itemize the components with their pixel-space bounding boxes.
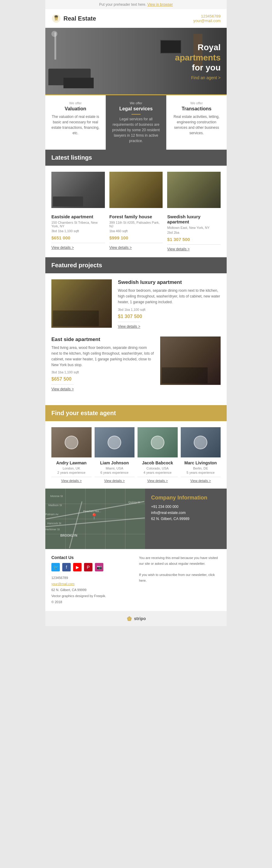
listings-header: Latest listings [45, 150, 227, 166]
listing-1-name: Eastside apartment [52, 214, 105, 219]
footer-copyright: © 2018 [52, 599, 133, 605]
listing-1-beds: 3bd 1ba 1,100 sqft [52, 229, 105, 233]
featured-1-beds: 3bd 1ba 1,100 sqft [118, 308, 220, 311]
featured-2-beds: 3bd 1ba 1,100 sqft [52, 370, 154, 374]
featured-image-1 [52, 279, 112, 328]
services-section: We offer Valuation The valuation of real… [45, 94, 227, 150]
agent-4-link[interactable]: View details > [181, 477, 221, 483]
listing-3-link[interactable]: View details > [167, 244, 220, 251]
agent-2-link[interactable]: View details > [95, 477, 135, 483]
listing-3-name: Swedish luxury apartment [167, 214, 220, 224]
service-valuation: We offer Valuation The valuation of real… [45, 95, 106, 150]
pinterest-icon[interactable]: P [84, 563, 93, 571]
agents-heading: Find your estate agent [52, 410, 220, 416]
contact-title: Contact Us [52, 555, 133, 560]
logo-text: Real Estate [64, 15, 96, 22]
hero-text-overlay: Royal apartments for you Find an agent > [175, 42, 220, 80]
footer-newsletter: You are receiving this email because you… [139, 555, 220, 605]
header-phone: 123456789 [194, 14, 221, 19]
service-transactions: We offer Transactions Real estate activi… [167, 95, 227, 150]
twitter-icon[interactable]: 🐦 [52, 563, 60, 571]
featured-2-desc: Tiled living area, wood floor bedroom, s… [52, 345, 154, 368]
agent-2-exp: 6 years experience [95, 471, 135, 474]
listing-2-name: Forest family house [109, 214, 163, 219]
agent-3-avatar [137, 427, 178, 458]
agent-3-link[interactable]: View details > [137, 477, 178, 483]
agent-2-avatar [95, 427, 135, 458]
agent-1-location: London, UK [52, 466, 92, 470]
listing-image-3 [167, 172, 220, 208]
social-icons-row: 🐦 f ▶ P 📷 [52, 563, 133, 571]
listing-2-beds: 1ba 460 sqft [109, 229, 163, 233]
logo-icon [52, 13, 61, 23]
listings-images [52, 172, 220, 208]
hero-line3: for you [175, 63, 220, 73]
service-3-desc: Real estate activities, letting, enginee… [171, 114, 222, 136]
svg-text:⚡: ⚡ [128, 617, 131, 620]
hero-cta: Find an agent > [175, 75, 220, 80]
service-3-title: Transactions [171, 106, 222, 112]
hero-cta-link[interactable]: Find an agent > [191, 75, 220, 80]
featured-section: Swedish luxury apartment Wood floor bedr… [45, 273, 227, 405]
service-1-desc: The valuation of real estate is basic an… [50, 114, 101, 136]
map-marker: 📍 [90, 513, 98, 520]
company-phone: +91 234 000 000 [151, 505, 220, 509]
listing-2-price: $999 100 [109, 235, 163, 240]
featured-1-desc: Wood floor bedroom, separate dining room… [118, 288, 220, 305]
agent-3-name: Jacob Babcock [137, 461, 178, 465]
instagram-icon[interactable]: 📷 [95, 563, 103, 571]
listings-info-row: Eastside apartment 150 Chambers St Tribe… [52, 214, 220, 251]
unsub-text: If you wish to unsubscribe from our news… [139, 572, 220, 583]
hero-banner: Royal apartments for you Find an agent > [45, 28, 227, 94]
service-2-underline [132, 114, 140, 115]
agent-2-location: Miami, USA [95, 466, 135, 470]
listing-2-link[interactable]: View details > [109, 243, 163, 250]
facebook-icon[interactable]: f [62, 563, 71, 571]
stripo-logo-icon: ⚡ [126, 616, 132, 622]
preheader-text: Put your preheader text here. [99, 2, 146, 7]
logo-area: Real Estate [52, 13, 96, 23]
company-info-title: Company Information [151, 495, 220, 501]
featured-1-link[interactable]: View details > [118, 322, 140, 329]
featured-content-2: East side apartment Tiled living area, w… [52, 337, 154, 392]
agent-1: Andry Lawman London, UK 2 years experien… [52, 427, 92, 483]
youtube-icon[interactable]: ▶ [73, 563, 81, 571]
listing-1-link[interactable]: View details > [52, 243, 105, 250]
service-1-title: Valuation [50, 106, 101, 112]
listing-3-addr: Midtown East, New York, NY [167, 226, 220, 229]
service-2-desc: Legal services for all requirements of b… [110, 116, 161, 144]
listing-2-addr: 399 11th St #205, Palisades Park, NJ [109, 221, 163, 228]
featured-1-price: $1 307 500 [118, 314, 220, 319]
service-3-we-offer: We offer [171, 101, 222, 105]
listing-item-1: Eastside apartment 150 Chambers St Tribe… [52, 214, 105, 251]
listing-item-2: Forest family house 399 11th St #205, Pa… [109, 214, 163, 251]
footer-section: Contact Us 🐦 f ▶ P 📷 123456789 your@mail… [45, 549, 227, 611]
featured-heading: Featured projects [52, 262, 220, 269]
company-section: Monroe St Madison St Putnam Av Hancock S… [45, 489, 227, 549]
newsletter-text: You are receiving this email because you… [139, 555, 220, 566]
find-agent-label: Find an agent > [191, 75, 220, 80]
agent-4-location: Berlin, DE [181, 466, 221, 470]
service-2-title: Legal services [110, 106, 161, 112]
preheader-bar: Put your preheader text here. View in br… [45, 0, 227, 9]
featured-2-link[interactable]: View details > [52, 384, 74, 391]
listings-section: Eastside apartment 150 Chambers St Tribe… [45, 166, 227, 257]
footer-top: Contact Us 🐦 f ▶ P 📷 123456789 your@mail… [52, 555, 220, 605]
stripo-footer: ⚡ stripo [45, 611, 227, 626]
listing-1-addr: 150 Chambers St Tribeca, New York, NY [52, 221, 105, 228]
view-in-browser-link[interactable]: View in browser [147, 2, 173, 7]
listing-image-2 [109, 172, 163, 208]
listing-image-1 [52, 172, 105, 208]
agent-2-name: Liam Johnson [95, 461, 135, 465]
agent-1-link[interactable]: View details > [52, 477, 92, 483]
hero-line1: Royal [175, 42, 220, 53]
listing-item-3: Swedish luxury apartment Midtown East, N… [167, 214, 220, 251]
listing-1-price: $651 000 [52, 235, 105, 240]
listing-3-beds: 2bd 2ba [167, 231, 220, 234]
footer-email-link[interactable]: your@mail.com [52, 582, 75, 586]
featured-row-1: Swedish luxury apartment Wood floor bedr… [52, 279, 220, 329]
company-email: info@real-estate.com [151, 510, 220, 515]
agent-4: Marc Livingston Berlin, DE 5 years exper… [181, 427, 221, 483]
agent-1-avatar [52, 427, 92, 458]
service-legal: We offer Legal services Legal services f… [106, 95, 166, 150]
